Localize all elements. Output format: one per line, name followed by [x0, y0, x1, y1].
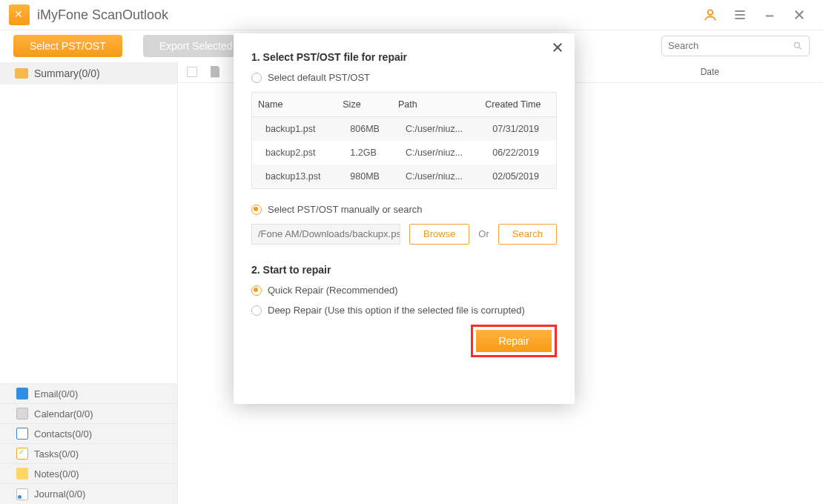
- sidebar-item-notes[interactable]: Notes(0/0): [0, 464, 177, 484]
- sidebar-item-contacts[interactable]: Contacts(0/0): [0, 424, 177, 444]
- radio-icon: [251, 73, 262, 83]
- sidebar-module-list: Email(0/0) Calendar(0/0) Contacts(0/0) T…: [0, 383, 177, 504]
- cell: 806MB: [337, 116, 392, 141]
- attachment-icon: [211, 66, 219, 78]
- svg-point-7: [794, 42, 799, 47]
- cell: C:/user/niuz...: [392, 141, 479, 165]
- journal-icon: [16, 488, 28, 500]
- account-icon[interactable]: [695, 0, 725, 30]
- cell: 06/22/2019: [479, 141, 556, 165]
- email-icon: [16, 388, 28, 399]
- calendar-icon: [16, 408, 28, 420]
- radio-manual[interactable]: Select PST/OST manually or search: [251, 204, 557, 216]
- sidebar-item-tasks[interactable]: Tasks(0/0): [0, 444, 177, 464]
- cell: backup13.pst: [252, 165, 337, 189]
- browse-button[interactable]: Browse: [409, 224, 469, 245]
- repair-highlight: Repair: [471, 325, 557, 357]
- search-input[interactable]: [668, 40, 793, 51]
- sidebar: Summary(0/0) Email(0/0) Calendar(0/0) Co…: [0, 61, 178, 504]
- cell: 980MB: [337, 165, 392, 189]
- select-file-dialog: 1. Select PST/OST file for repair Select…: [234, 33, 575, 404]
- step1-heading: 1. Select PST/OST file for repair: [251, 51, 557, 63]
- svg-line-8: [799, 47, 801, 49]
- radio-label: Select default PST/OST: [268, 72, 370, 84]
- notes-icon: [16, 468, 28, 480]
- table-row[interactable]: backup13.pst 980MB C:/user/niuz... 02/05…: [252, 165, 557, 189]
- title-bar: iMyFone ScanOutlook: [0, 0, 823, 30]
- radio-label: Quick Repair (Recommended): [268, 285, 398, 297]
- radio-quick-repair[interactable]: Quick Repair (Recommended): [251, 285, 557, 297]
- path-input[interactable]: /Fone AM/Downloads/backupx.pst: [251, 224, 400, 245]
- folder-icon: [15, 68, 28, 79]
- close-icon[interactable]: [784, 0, 814, 30]
- radio-label: Select PST/OST manually or search: [268, 204, 423, 216]
- cell: 07/31/2019: [479, 116, 556, 141]
- tasks-icon: [16, 448, 28, 460]
- or-text: Or: [478, 228, 489, 239]
- sidebar-item-calendar[interactable]: Calendar(0/0): [0, 404, 177, 424]
- repair-button[interactable]: Repair: [476, 330, 552, 352]
- col-path: Path: [392, 92, 479, 116]
- sidebar-item-label: Notes(0/0): [34, 468, 79, 480]
- sidebar-item-label: Summary(0/0): [34, 67, 100, 79]
- search-button[interactable]: Search: [498, 224, 557, 245]
- sidebar-item-label: Journal(0/0): [34, 488, 85, 500]
- search-box[interactable]: [661, 36, 810, 56]
- radio-icon: [251, 285, 262, 296]
- sidebar-item-label: Email(0/0): [34, 388, 78, 399]
- col-size: Size: [337, 92, 392, 116]
- col-created: Created Time: [479, 92, 556, 116]
- sidebar-item-journal[interactable]: Journal(0/0): [0, 484, 177, 504]
- cell: backup1.pst: [252, 116, 337, 141]
- sidebar-item-label: Contacts(0/0): [34, 428, 92, 440]
- table-row[interactable]: backup1.pst 806MB C:/user/niuz... 07/31/…: [252, 116, 557, 141]
- manual-select-row: /Fone AM/Downloads/backupx.pst Browse Or…: [251, 224, 557, 245]
- radio-icon: [251, 305, 262, 316]
- app-logo-icon: [9, 4, 30, 25]
- radio-icon: [251, 205, 262, 215]
- select-all-checkbox[interactable]: [187, 67, 197, 77]
- sidebar-item-label: Calendar(0/0): [34, 408, 93, 420]
- step2-heading: 2. Start to repair: [251, 264, 557, 276]
- svg-point-0: [708, 10, 713, 15]
- table-header-row: Name Size Path Created Time: [252, 92, 557, 116]
- cell: C:/user/niuz...: [392, 165, 479, 189]
- radio-label: Deep Repair (Use this option if the sele…: [268, 305, 525, 317]
- col-name: Name: [252, 92, 337, 116]
- cell: 1.2GB: [337, 141, 392, 165]
- cell: 02/05/2019: [479, 165, 556, 189]
- dialog-close-icon[interactable]: [551, 41, 564, 58]
- sidebar-item-summary[interactable]: Summary(0/0): [0, 62, 177, 84]
- pst-file-table: Name Size Path Created Time backup1.pst …: [251, 92, 557, 189]
- radio-deep-repair[interactable]: Deep Repair (Use this option if the sele…: [251, 305, 557, 317]
- table-row[interactable]: backup2.pst 1.2GB C:/user/niuz... 06/22/…: [252, 141, 557, 165]
- contacts-icon: [16, 428, 28, 440]
- select-pst-button[interactable]: Select PST/OST: [13, 35, 122, 57]
- sidebar-item-email[interactable]: Email(0/0): [0, 384, 177, 404]
- sidebar-item-label: Tasks(0/0): [34, 448, 79, 460]
- radio-default-pst[interactable]: Select default PST/OST: [251, 72, 557, 84]
- column-date[interactable]: Date: [701, 67, 719, 77]
- minimize-icon[interactable]: [755, 0, 784, 30]
- cell: backup2.pst: [252, 141, 337, 165]
- hamburger-menu-icon[interactable]: [725, 0, 755, 30]
- app-title: iMyFone ScanOutlook: [37, 7, 168, 23]
- cell: C:/user/niuz...: [392, 116, 479, 141]
- search-icon: [793, 40, 803, 52]
